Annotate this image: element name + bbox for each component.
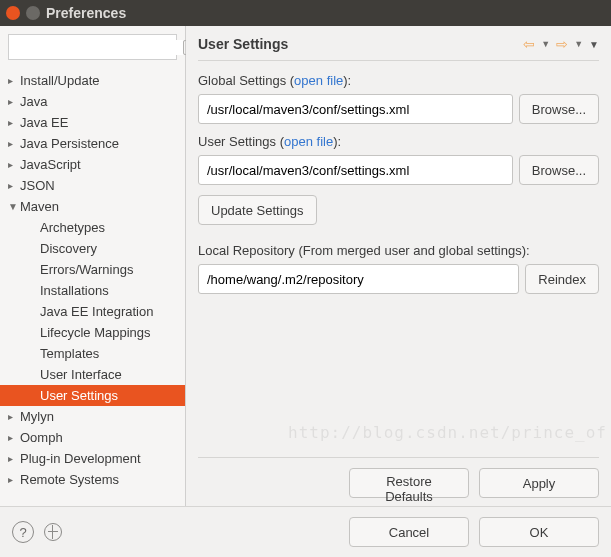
tree-item-java-ee[interactable]: ▸Java EE bbox=[0, 112, 185, 133]
cancel-button[interactable]: Cancel bbox=[349, 517, 469, 547]
tree-item-label: Java EE bbox=[18, 115, 68, 130]
tree-item-java-persistence[interactable]: ▸Java Persistence bbox=[0, 133, 185, 154]
tree-item-archetypes[interactable]: Archetypes bbox=[0, 217, 185, 238]
apply-button[interactable]: Apply bbox=[479, 468, 599, 498]
user-settings-label: User Settings (open file): bbox=[198, 134, 599, 149]
chevron-right-icon: ▸ bbox=[8, 474, 18, 485]
reindex-button[interactable]: Reindex bbox=[525, 264, 599, 294]
tree-item-errors-warnings[interactable]: Errors/Warnings bbox=[0, 259, 185, 280]
tree-item-label: JavaScript bbox=[18, 157, 81, 172]
watermark-text: http://blog.csdn.net/prince_of bbox=[288, 423, 607, 442]
tree-item-label: JSON bbox=[18, 178, 55, 193]
sidebar: ✕ ▸Install/Update▸Java▸Java EE▸Java Pers… bbox=[0, 26, 186, 506]
tree-item-label: Java Persistence bbox=[18, 136, 119, 151]
nav-icons: ⇦ ▼ ⇨ ▼ ▼ bbox=[523, 36, 599, 52]
chevron-right-icon: ▸ bbox=[8, 180, 18, 191]
tree-item-label: Plug-in Development bbox=[18, 451, 141, 466]
global-open-file-link[interactable]: open file bbox=[294, 73, 343, 88]
chevron-down-icon: ▼ bbox=[8, 201, 18, 212]
forward-icon[interactable]: ⇨ bbox=[556, 36, 568, 52]
import-export-icon[interactable] bbox=[44, 523, 62, 541]
tree-item-label: Archetypes bbox=[38, 220, 105, 235]
update-settings-button[interactable]: Update Settings bbox=[198, 195, 317, 225]
forward-menu-icon[interactable]: ▼ bbox=[574, 39, 583, 49]
local-repo-input[interactable] bbox=[198, 264, 519, 294]
titlebar: Preferences bbox=[0, 0, 611, 26]
settings-panel: User Settings ⇦ ▼ ⇨ ▼ ▼ Global Settings … bbox=[186, 26, 611, 506]
tree-item-user-settings[interactable]: User Settings bbox=[0, 385, 185, 406]
chevron-right-icon: ▸ bbox=[8, 96, 18, 107]
tree-item-installations[interactable]: Installations bbox=[0, 280, 185, 301]
filter-box[interactable]: ✕ bbox=[8, 34, 177, 60]
local-repo-label: Local Repository (From merged user and g… bbox=[198, 243, 599, 258]
tree-item-templates[interactable]: Templates bbox=[0, 343, 185, 364]
window-title: Preferences bbox=[46, 5, 126, 21]
minimize-icon[interactable] bbox=[26, 6, 40, 20]
global-settings-label: Global Settings (open file): bbox=[198, 73, 599, 88]
filter-input[interactable] bbox=[15, 40, 183, 55]
tree-item-label: User Interface bbox=[38, 367, 122, 382]
tree-item-java-ee-integration[interactable]: Java EE Integration bbox=[0, 301, 185, 322]
tree-item-install-update[interactable]: ▸Install/Update bbox=[0, 70, 185, 91]
chevron-right-icon: ▸ bbox=[8, 159, 18, 170]
panel-buttons: Restore Defaults Apply bbox=[198, 457, 599, 506]
preferences-tree[interactable]: ▸Install/Update▸Java▸Java EE▸Java Persis… bbox=[0, 68, 185, 506]
tree-item-lifecycle-mappings[interactable]: Lifecycle Mappings bbox=[0, 322, 185, 343]
panel-header: User Settings ⇦ ▼ ⇨ ▼ ▼ bbox=[198, 36, 599, 61]
tree-item-label: Lifecycle Mappings bbox=[38, 325, 151, 340]
chevron-right-icon: ▸ bbox=[8, 138, 18, 149]
tree-item-json[interactable]: ▸JSON bbox=[0, 175, 185, 196]
tree-item-label: Mylyn bbox=[18, 409, 54, 424]
page-title: User Settings bbox=[198, 36, 523, 52]
tree-item-label: User Settings bbox=[38, 388, 118, 403]
tree-item-discovery[interactable]: Discovery bbox=[0, 238, 185, 259]
global-browse-button[interactable]: Browse... bbox=[519, 94, 599, 124]
chevron-right-icon: ▸ bbox=[8, 117, 18, 128]
chevron-right-icon: ▸ bbox=[8, 453, 18, 464]
user-browse-button[interactable]: Browse... bbox=[519, 155, 599, 185]
tree-item-remote-systems[interactable]: ▸Remote Systems bbox=[0, 469, 185, 490]
tree-item-label: Remote Systems bbox=[18, 472, 119, 487]
user-settings-input[interactable] bbox=[198, 155, 513, 185]
tree-item-label: Installations bbox=[38, 283, 109, 298]
chevron-right-icon: ▸ bbox=[8, 75, 18, 86]
tree-item-label: Maven bbox=[18, 199, 59, 214]
tree-item-label: Errors/Warnings bbox=[38, 262, 133, 277]
chevron-right-icon: ▸ bbox=[8, 432, 18, 443]
tree-item-maven[interactable]: ▼Maven bbox=[0, 196, 185, 217]
tree-item-oomph[interactable]: ▸Oomph bbox=[0, 427, 185, 448]
tree-item-label: Discovery bbox=[38, 241, 97, 256]
tree-item-plug-in-development[interactable]: ▸Plug-in Development bbox=[0, 448, 185, 469]
ok-button[interactable]: OK bbox=[479, 517, 599, 547]
help-icon[interactable]: ? bbox=[12, 521, 34, 543]
user-open-file-link[interactable]: open file bbox=[284, 134, 333, 149]
back-icon[interactable]: ⇦ bbox=[523, 36, 535, 52]
view-menu-icon[interactable]: ▼ bbox=[589, 39, 599, 50]
restore-defaults-button[interactable]: Restore Defaults bbox=[349, 468, 469, 498]
global-settings-input[interactable] bbox=[198, 94, 513, 124]
close-icon[interactable] bbox=[6, 6, 20, 20]
back-menu-icon[interactable]: ▼ bbox=[541, 39, 550, 49]
main-area: ✕ ▸Install/Update▸Java▸Java EE▸Java Pers… bbox=[0, 26, 611, 506]
tree-item-label: Java EE Integration bbox=[38, 304, 153, 319]
tree-item-label: Oomph bbox=[18, 430, 63, 445]
tree-item-mylyn[interactable]: ▸Mylyn bbox=[0, 406, 185, 427]
tree-item-label: Templates bbox=[38, 346, 99, 361]
tree-item-label: Java bbox=[18, 94, 47, 109]
chevron-right-icon: ▸ bbox=[8, 411, 18, 422]
dialog-buttons: ? Cancel OK bbox=[0, 506, 611, 557]
tree-item-java[interactable]: ▸Java bbox=[0, 91, 185, 112]
tree-item-javascript[interactable]: ▸JavaScript bbox=[0, 154, 185, 175]
tree-item-label: Install/Update bbox=[18, 73, 100, 88]
tree-item-user-interface[interactable]: User Interface bbox=[0, 364, 185, 385]
